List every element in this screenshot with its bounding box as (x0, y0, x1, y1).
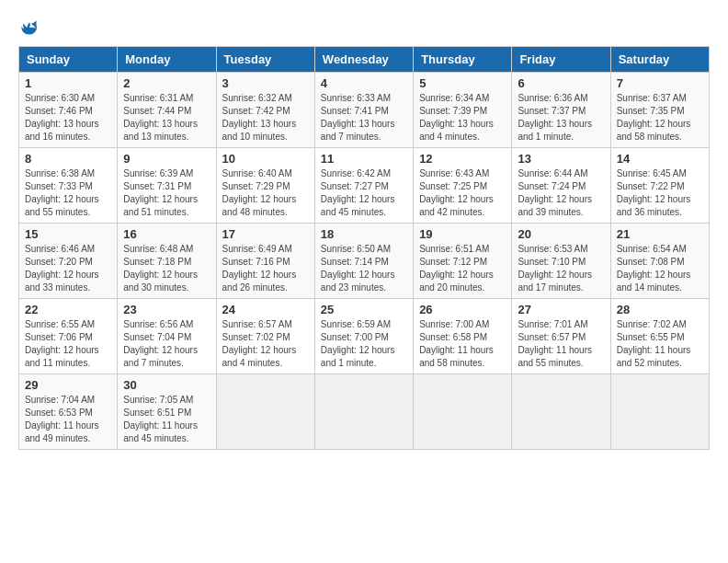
calendar-table: SundayMondayTuesdayWednesdayThursdayFrid… (18, 46, 710, 450)
day-info: Sunrise: 7:01 AM Sunset: 6:57 PM Dayligh… (518, 318, 604, 370)
calendar-cell (512, 374, 610, 450)
day-info: Sunrise: 7:00 AM Sunset: 6:58 PM Dayligh… (419, 318, 506, 370)
calendar-cell: 15Sunrise: 6:46 AM Sunset: 7:20 PM Dayli… (19, 224, 118, 299)
day-number: 15 (25, 227, 111, 241)
day-info: Sunrise: 6:33 AM Sunset: 7:41 PM Dayligh… (321, 92, 407, 144)
day-number: 1 (25, 76, 111, 90)
day-number: 11 (321, 152, 407, 166)
day-number: 25 (321, 303, 407, 316)
day-info: Sunrise: 6:43 AM Sunset: 7:25 PM Dayligh… (419, 167, 506, 219)
calendar-header-monday: Monday (118, 47, 216, 73)
calendar-cell: 8Sunrise: 6:38 AM Sunset: 7:33 PM Daylig… (19, 148, 118, 224)
day-number: 7 (617, 76, 703, 90)
calendar-cell: 25Sunrise: 6:59 AM Sunset: 7:00 PM Dayli… (314, 299, 413, 374)
day-info: Sunrise: 6:45 AM Sunset: 7:22 PM Dayligh… (617, 167, 703, 219)
day-number: 17 (222, 227, 309, 241)
calendar-cell: 3Sunrise: 6:32 AM Sunset: 7:42 PM Daylig… (216, 73, 314, 148)
day-info: Sunrise: 6:46 AM Sunset: 7:20 PM Dayligh… (25, 243, 111, 294)
day-number: 16 (123, 227, 210, 241)
day-number: 2 (123, 76, 210, 90)
calendar-cell (314, 374, 413, 450)
day-info: Sunrise: 6:37 AM Sunset: 7:35 PM Dayligh… (617, 92, 703, 144)
day-info: Sunrise: 6:59 AM Sunset: 7:00 PM Dayligh… (321, 318, 407, 370)
calendar-cell: 20Sunrise: 6:53 AM Sunset: 7:10 PM Dayli… (512, 224, 610, 299)
day-number: 8 (25, 152, 111, 166)
calendar-cell: 2Sunrise: 6:31 AM Sunset: 7:44 PM Daylig… (118, 73, 216, 148)
calendar-header-row: SundayMondayTuesdayWednesdayThursdayFrid… (19, 47, 710, 73)
day-info: Sunrise: 6:31 AM Sunset: 7:44 PM Dayligh… (123, 92, 210, 144)
day-info: Sunrise: 6:40 AM Sunset: 7:29 PM Dayligh… (222, 167, 309, 219)
day-number: 22 (25, 303, 111, 316)
calendar-cell: 28Sunrise: 7:02 AM Sunset: 6:55 PM Dayli… (610, 299, 709, 374)
day-number: 19 (419, 227, 506, 241)
day-info: Sunrise: 7:05 AM Sunset: 6:51 PM Dayligh… (123, 394, 210, 445)
day-number: 30 (123, 378, 210, 392)
day-number: 6 (518, 76, 604, 90)
day-info: Sunrise: 6:53 AM Sunset: 7:10 PM Dayligh… (518, 243, 604, 294)
day-number: 28 (617, 303, 703, 316)
calendar-cell: 10Sunrise: 6:40 AM Sunset: 7:29 PM Dayli… (216, 148, 314, 224)
day-info: Sunrise: 6:48 AM Sunset: 7:18 PM Dayligh… (123, 243, 210, 294)
calendar-cell (610, 374, 709, 450)
day-number: 18 (321, 227, 407, 241)
day-info: Sunrise: 6:55 AM Sunset: 7:06 PM Dayligh… (25, 318, 111, 370)
calendar-header-thursday: Thursday (414, 47, 512, 73)
calendar-cell: 17Sunrise: 6:49 AM Sunset: 7:16 PM Dayli… (216, 224, 314, 299)
calendar-header-sunday: Sunday (19, 47, 118, 73)
day-info: Sunrise: 6:56 AM Sunset: 7:04 PM Dayligh… (123, 318, 210, 370)
calendar-cell: 29Sunrise: 7:04 AM Sunset: 6:53 PM Dayli… (19, 374, 118, 450)
calendar-header-saturday: Saturday (610, 47, 709, 73)
calendar-cell: 26Sunrise: 7:00 AM Sunset: 6:58 PM Dayli… (414, 299, 512, 374)
calendar-cell: 23Sunrise: 6:56 AM Sunset: 7:04 PM Dayli… (118, 299, 216, 374)
day-number: 29 (25, 378, 111, 392)
calendar-cell: 14Sunrise: 6:45 AM Sunset: 7:22 PM Dayli… (610, 148, 709, 224)
calendar-cell: 6Sunrise: 6:36 AM Sunset: 7:37 PM Daylig… (512, 73, 610, 148)
logo (18, 18, 39, 37)
calendar-cell: 1Sunrise: 6:30 AM Sunset: 7:46 PM Daylig… (19, 73, 118, 148)
day-info: Sunrise: 7:02 AM Sunset: 6:55 PM Dayligh… (617, 318, 703, 370)
day-info: Sunrise: 6:39 AM Sunset: 7:31 PM Dayligh… (123, 167, 210, 219)
day-number: 27 (518, 303, 604, 316)
calendar-header-friday: Friday (512, 47, 610, 73)
day-info: Sunrise: 6:34 AM Sunset: 7:39 PM Dayligh… (419, 92, 506, 144)
day-number: 12 (419, 152, 506, 166)
calendar-cell (414, 374, 512, 450)
day-number: 26 (419, 303, 506, 316)
day-number: 20 (518, 227, 604, 241)
calendar-week-row: 8Sunrise: 6:38 AM Sunset: 7:33 PM Daylig… (19, 148, 710, 224)
day-info: Sunrise: 7:04 AM Sunset: 6:53 PM Dayligh… (25, 394, 111, 445)
calendar-week-row: 22Sunrise: 6:55 AM Sunset: 7:06 PM Dayli… (19, 299, 710, 374)
day-number: 3 (222, 76, 309, 90)
day-number: 14 (617, 152, 703, 166)
calendar-week-row: 29Sunrise: 7:04 AM Sunset: 6:53 PM Dayli… (19, 374, 710, 450)
day-number: 4 (321, 76, 407, 90)
day-number: 9 (123, 152, 210, 166)
day-info: Sunrise: 6:42 AM Sunset: 7:27 PM Dayligh… (321, 167, 407, 219)
day-info: Sunrise: 6:49 AM Sunset: 7:16 PM Dayligh… (222, 243, 309, 294)
day-info: Sunrise: 6:38 AM Sunset: 7:33 PM Dayligh… (25, 167, 111, 219)
calendar-header-tuesday: Tuesday (216, 47, 314, 73)
calendar-header-wednesday: Wednesday (314, 47, 413, 73)
calendar-cell: 7Sunrise: 6:37 AM Sunset: 7:35 PM Daylig… (610, 73, 709, 148)
logo-bird-icon (20, 18, 39, 37)
page-header (18, 18, 710, 37)
calendar-cell: 12Sunrise: 6:43 AM Sunset: 7:25 PM Dayli… (414, 148, 512, 224)
calendar-cell (216, 374, 314, 450)
day-number: 10 (222, 152, 309, 166)
calendar-cell: 27Sunrise: 7:01 AM Sunset: 6:57 PM Dayli… (512, 299, 610, 374)
day-info: Sunrise: 6:32 AM Sunset: 7:42 PM Dayligh… (222, 92, 309, 144)
day-info: Sunrise: 6:51 AM Sunset: 7:12 PM Dayligh… (419, 243, 506, 294)
day-info: Sunrise: 6:30 AM Sunset: 7:46 PM Dayligh… (25, 92, 111, 144)
day-info: Sunrise: 6:57 AM Sunset: 7:02 PM Dayligh… (222, 318, 309, 370)
day-number: 23 (123, 303, 210, 316)
day-number: 21 (617, 227, 703, 241)
day-number: 5 (419, 76, 506, 90)
calendar-cell: 18Sunrise: 6:50 AM Sunset: 7:14 PM Dayli… (314, 224, 413, 299)
calendar-cell: 13Sunrise: 6:44 AM Sunset: 7:24 PM Dayli… (512, 148, 610, 224)
calendar-cell: 22Sunrise: 6:55 AM Sunset: 7:06 PM Dayli… (19, 299, 118, 374)
calendar-cell: 11Sunrise: 6:42 AM Sunset: 7:27 PM Dayli… (314, 148, 413, 224)
calendar-cell: 4Sunrise: 6:33 AM Sunset: 7:41 PM Daylig… (314, 73, 413, 148)
day-info: Sunrise: 6:36 AM Sunset: 7:37 PM Dayligh… (518, 92, 604, 144)
calendar-cell: 19Sunrise: 6:51 AM Sunset: 7:12 PM Dayli… (414, 224, 512, 299)
calendar-cell: 24Sunrise: 6:57 AM Sunset: 7:02 PM Dayli… (216, 299, 314, 374)
